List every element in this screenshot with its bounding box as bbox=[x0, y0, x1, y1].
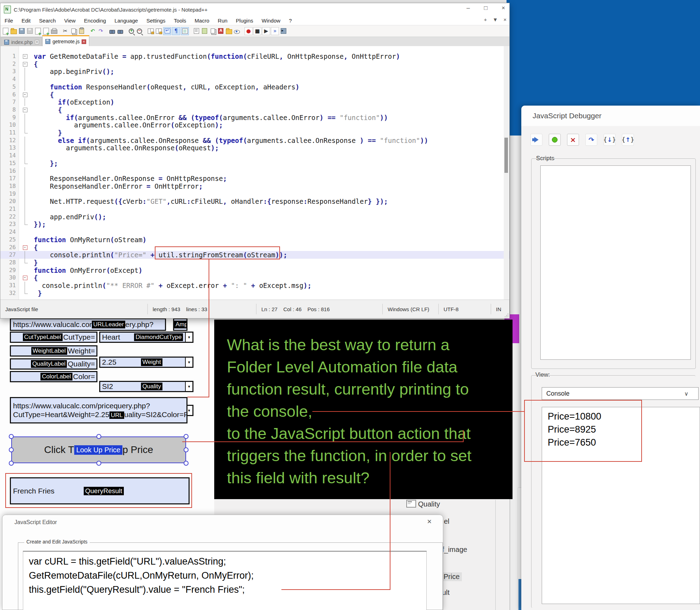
fold-box-icon[interactable] bbox=[23, 54, 27, 59]
form-value-dropdown[interactable]: HeartDiamondCutType▾ bbox=[99, 332, 193, 343]
lookup-price-button[interactable]: Click TLook Up Pricep Price bbox=[11, 436, 186, 463]
print-icon[interactable] bbox=[50, 27, 58, 35]
view-select[interactable]: Console ∨ bbox=[542, 387, 699, 400]
resize-grip[interactable] bbox=[504, 313, 509, 317]
minimize-button[interactable]: – bbox=[466, 5, 470, 12]
paste-icon[interactable] bbox=[78, 27, 85, 35]
monitor-icon[interactable] bbox=[233, 27, 241, 35]
selection-handle[interactable] bbox=[184, 447, 189, 452]
macro-record-icon[interactable]: ● bbox=[244, 27, 253, 35]
redo-icon[interactable]: ↷ bbox=[97, 27, 104, 35]
form-value-dropdown[interactable]: SI2Quality▾ bbox=[99, 381, 193, 392]
selection-handle[interactable] bbox=[96, 461, 101, 466]
menu-view[interactable]: View bbox=[60, 18, 80, 24]
selection-handle[interactable] bbox=[9, 447, 14, 452]
copy-icon[interactable] bbox=[70, 27, 77, 35]
field-list-item-price[interactable]: Price bbox=[441, 572, 462, 581]
folder-workspace-icon[interactable] bbox=[201, 27, 208, 35]
dialog-close-icon[interactable]: × bbox=[427, 517, 432, 526]
menu-plugins[interactable]: Plugins bbox=[232, 18, 257, 24]
field-list-item-quality[interactable]: Quality bbox=[406, 500, 440, 508]
editor-code-area[interactable]: var cURL = this.getField("URL").valueAsS… bbox=[23, 551, 427, 610]
code-editor[interactable]: 1var GetRemoteDataFile = app.trustedFunc… bbox=[0, 46, 509, 300]
fold-box-icon[interactable] bbox=[23, 108, 27, 112]
menu-macro[interactable]: Macro bbox=[190, 18, 214, 24]
save-all-icon[interactable] bbox=[26, 27, 33, 35]
macro-play-icon[interactable]: ▶ bbox=[262, 27, 270, 35]
close-doc-icon[interactable] bbox=[34, 27, 42, 35]
editor-vscrollbar[interactable] bbox=[504, 46, 509, 300]
continue-icon[interactable] bbox=[530, 134, 542, 146]
url-query-field[interactable]: https://www.valucalc.com/pricequery.php?… bbox=[10, 397, 187, 423]
show-symbols-icon[interactable]: ¶ bbox=[172, 27, 180, 35]
menu-file[interactable]: File bbox=[0, 18, 17, 24]
step-over-icon[interactable]: ↷ bbox=[585, 134, 597, 146]
find-icon[interactable] bbox=[108, 27, 116, 35]
macro-multi-icon[interactable]: » bbox=[271, 27, 279, 35]
selection-handle[interactable] bbox=[9, 434, 14, 439]
debugger-titlebar[interactable]: JavaScript Debugger bbox=[521, 106, 700, 126]
menu-encoding[interactable]: Encoding bbox=[80, 18, 110, 24]
doc-map-icon[interactable] bbox=[209, 27, 216, 35]
form-label-cell[interactable]: WeightLabelWeight= bbox=[10, 345, 97, 357]
menu-run[interactable]: Run bbox=[214, 18, 232, 24]
macro-stop-icon[interactable]: ■ bbox=[253, 27, 261, 35]
amp-field[interactable]: Amp bbox=[173, 318, 187, 331]
fold-box-icon[interactable] bbox=[23, 276, 27, 280]
fold-margin[interactable] bbox=[21, 60, 30, 68]
fold-margin[interactable] bbox=[21, 91, 30, 99]
form-value-dropdown[interactable]: 2.25Weight▾ bbox=[99, 357, 193, 368]
fold-box-icon[interactable] bbox=[23, 93, 27, 97]
menu-tools[interactable]: Tools bbox=[170, 18, 190, 24]
replace-icon[interactable] bbox=[116, 27, 124, 35]
zoom-in-icon[interactable] bbox=[128, 27, 135, 35]
menu-edit[interactable]: Edit bbox=[17, 18, 35, 24]
sync-h-icon[interactable] bbox=[155, 27, 163, 35]
close-button[interactable]: × bbox=[502, 5, 505, 12]
menu-settings[interactable]: Settings bbox=[142, 18, 170, 24]
scrollbar-thumb[interactable] bbox=[504, 138, 508, 173]
zoom-out-icon[interactable] bbox=[136, 27, 143, 35]
folder2-icon[interactable] bbox=[225, 27, 233, 35]
dropdown-arrow-icon[interactable]: ▾ bbox=[185, 382, 192, 391]
save-icon[interactable] bbox=[18, 27, 25, 35]
notepad-titlebar[interactable]: C:\Program Files\Adobe\Acrobat DC\Acroba… bbox=[0, 3, 509, 16]
selection-handle[interactable] bbox=[184, 461, 189, 466]
doc-list-icon[interactable] bbox=[217, 27, 224, 35]
maximize-button[interactable]: □ bbox=[484, 5, 488, 12]
menu-window[interactable]: Window bbox=[257, 18, 285, 24]
url-leader-field[interactable]: https://www.valucalc.corURLLeaderery.php… bbox=[10, 318, 166, 331]
dropdown-arrow-icon[interactable]: ▾ bbox=[185, 358, 192, 367]
cut-icon[interactable]: ✂ bbox=[62, 27, 69, 35]
tab-index.php[interactable]: index.php× bbox=[1, 37, 42, 47]
menu-help[interactable]: ? bbox=[285, 18, 296, 24]
tab-close-icon[interactable]: × bbox=[35, 40, 39, 44]
close-all-icon[interactable] bbox=[42, 27, 50, 35]
step-into-icon[interactable]: {↓} bbox=[604, 134, 616, 146]
undo-icon[interactable]: ↶ bbox=[89, 27, 96, 35]
macro-save-icon[interactable] bbox=[280, 27, 287, 35]
fold-box-icon[interactable] bbox=[23, 245, 27, 250]
status-encoding[interactable]: UTF-8 bbox=[439, 306, 491, 312]
tab-getremote.js[interactable]: getremote.js× bbox=[42, 35, 89, 47]
open-file-icon[interactable] bbox=[10, 27, 17, 35]
form-label-cell[interactable]: ColorLabelColor= bbox=[10, 371, 97, 382]
fold-margin[interactable] bbox=[21, 274, 30, 282]
fold-box-icon[interactable] bbox=[23, 62, 27, 67]
selection-handle[interactable] bbox=[96, 434, 101, 439]
word-wrap-icon[interactable] bbox=[163, 27, 171, 35]
close-tab-icon[interactable]: × bbox=[503, 17, 507, 23]
menu-search[interactable]: Search bbox=[35, 18, 60, 24]
menu-language[interactable]: Language bbox=[110, 18, 142, 24]
fold-margin[interactable] bbox=[21, 244, 30, 251]
resume-icon[interactable] bbox=[549, 134, 561, 146]
dropdown-arrow-icon[interactable]: ▾ bbox=[185, 333, 192, 342]
stop-icon[interactable]: × bbox=[567, 134, 579, 146]
tab-list-icon[interactable]: ▼ bbox=[492, 17, 498, 23]
indent-guide-icon[interactable] bbox=[181, 27, 189, 35]
step-out-icon[interactable]: {↑} bbox=[622, 134, 634, 146]
fold-margin[interactable] bbox=[21, 52, 30, 60]
selection-handle[interactable] bbox=[184, 434, 189, 439]
status-eol[interactable]: Windows (CR LF) bbox=[383, 306, 438, 312]
status-mode[interactable]: IN bbox=[491, 306, 506, 312]
